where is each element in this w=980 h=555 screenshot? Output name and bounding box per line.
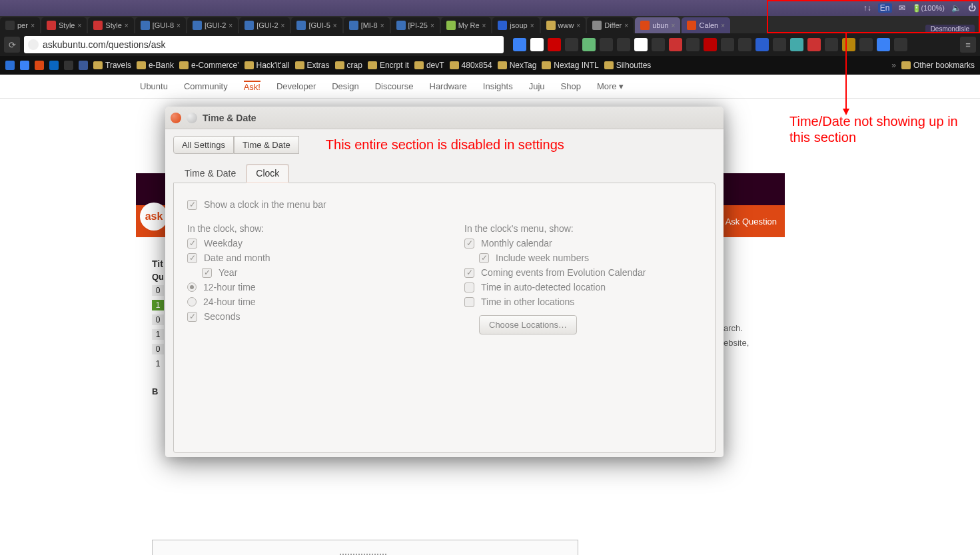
browser-tab[interactable]: Style× bbox=[88, 17, 133, 33]
browser-menu-icon[interactable]: ≡ bbox=[960, 37, 976, 53]
site-nav-item[interactable]: Juju bbox=[529, 81, 545, 91]
site-nav-item[interactable]: Developer bbox=[276, 81, 316, 91]
network-icon[interactable]: ↑↓ bbox=[863, 3, 871, 13]
extension-icon[interactable] bbox=[704, 38, 717, 51]
bookmark-folder[interactable]: devT bbox=[414, 61, 444, 70]
site-nav-item[interactable]: Shop bbox=[561, 81, 581, 91]
site-nav-item[interactable]: Discourse bbox=[375, 81, 414, 91]
extension-icon[interactable] bbox=[582, 38, 596, 51]
extension-icon[interactable] bbox=[738, 38, 751, 51]
year-checkbox[interactable] bbox=[202, 268, 212, 278]
choose-locations-button[interactable]: Choose Locations… bbox=[479, 315, 577, 334]
breadcrumb-current[interactable]: Time & Date bbox=[234, 136, 299, 154]
bookmark-folder[interactable]: Nextag INTL bbox=[542, 61, 598, 70]
weekday-checkbox[interactable] bbox=[187, 239, 197, 249]
browser-tab[interactable]: [GUI-2× bbox=[239, 17, 290, 33]
date-month-checkbox[interactable] bbox=[187, 253, 197, 263]
other-bookmarks[interactable]: Other bookmarks bbox=[901, 61, 975, 70]
tab-close-icon[interactable]: × bbox=[576, 22, 580, 29]
bookmark-folder[interactable]: Encrpt it bbox=[368, 61, 409, 70]
browser-tab[interactable]: Differ× bbox=[587, 17, 634, 33]
battery-indicator[interactable]: 🔋 (100%) bbox=[912, 4, 945, 13]
tab-close-icon[interactable]: × bbox=[333, 22, 337, 29]
bookmark-item[interactable] bbox=[64, 61, 73, 70]
browser-tab[interactable]: [GUI-5× bbox=[291, 17, 342, 33]
extension-icon[interactable] bbox=[894, 38, 907, 51]
bookmark-folder[interactable]: Silhouttes bbox=[604, 61, 652, 70]
tab-close-icon[interactable]: × bbox=[624, 22, 628, 29]
tab-close-icon[interactable]: × bbox=[430, 22, 434, 29]
extension-icon[interactable] bbox=[634, 38, 648, 51]
tab-time-and-date[interactable]: Time & Date bbox=[175, 164, 246, 183]
browser-tab[interactable]: [MI-8× bbox=[344, 17, 390, 33]
extension-icon[interactable] bbox=[565, 38, 578, 51]
tab-close-icon[interactable]: × bbox=[672, 22, 676, 29]
extension-icon[interactable] bbox=[755, 38, 769, 51]
extension-icon[interactable] bbox=[669, 38, 682, 51]
extension-icon[interactable] bbox=[530, 38, 544, 51]
tab-close-icon[interactable]: × bbox=[77, 22, 81, 29]
bookmark-item[interactable] bbox=[49, 61, 59, 70]
bookmark-folder[interactable]: NexTag bbox=[498, 61, 537, 70]
browser-tab[interactable]: My Re× bbox=[441, 17, 492, 33]
site-nav-item[interactable]: Insights bbox=[483, 81, 513, 91]
browser-tab[interactable]: jsoup× bbox=[492, 17, 539, 33]
window-close-button[interactable] bbox=[171, 113, 181, 123]
keyboard-lang-indicator[interactable]: En bbox=[878, 3, 892, 13]
bookmark-folder[interactable]: e-Commerce' bbox=[179, 61, 239, 70]
bookmark-folder[interactable]: 480x854 bbox=[450, 61, 492, 70]
24-hour-radio[interactable] bbox=[187, 297, 197, 306]
extension-icon[interactable] bbox=[773, 38, 786, 51]
bookmark-item[interactable] bbox=[20, 61, 29, 70]
browser-tab[interactable]: www× bbox=[541, 17, 586, 33]
tab-close-icon[interactable]: × bbox=[229, 22, 233, 29]
bookmark-item[interactable] bbox=[35, 61, 44, 70]
site-nav-item[interactable]: Community bbox=[184, 81, 228, 91]
window-minimize-button[interactable] bbox=[187, 113, 197, 123]
bookmark-overflow-icon[interactable]: » bbox=[891, 61, 896, 70]
tab-close-icon[interactable]: × bbox=[482, 22, 486, 29]
tab-close-icon[interactable]: × bbox=[31, 22, 35, 29]
extension-icon[interactable] bbox=[877, 38, 890, 51]
site-nav-item[interactable]: Hardware bbox=[430, 81, 467, 91]
tab-close-icon[interactable]: × bbox=[125, 22, 129, 29]
extension-icon[interactable] bbox=[617, 38, 630, 51]
bookmark-folder[interactable]: crap bbox=[335, 61, 362, 70]
site-logo[interactable]: ask bbox=[140, 203, 168, 231]
browser-tab[interactable]: ubun× bbox=[635, 17, 680, 33]
seconds-checkbox[interactable] bbox=[187, 312, 197, 322]
browser-tab[interactable]: Style× bbox=[41, 17, 87, 33]
dialog-titlebar[interactable]: Time & Date bbox=[165, 107, 724, 129]
extension-icon[interactable] bbox=[721, 38, 734, 51]
browser-tab[interactable]: Calen× bbox=[682, 17, 730, 33]
tab-close-icon[interactable]: × bbox=[177, 22, 181, 29]
bookmark-folder[interactable]: Hack'it'all bbox=[245, 61, 290, 70]
other-locations-checkbox[interactable] bbox=[464, 297, 474, 307]
monthly-calendar-checkbox[interactable] bbox=[464, 239, 474, 249]
evolution-events-checkbox[interactable] bbox=[464, 268, 474, 278]
reload-button[interactable]: ⟳ bbox=[4, 37, 20, 53]
extension-icon[interactable] bbox=[790, 38, 803, 51]
browser-tab[interactable]: [GUI-8× bbox=[135, 17, 186, 33]
ask-question-button[interactable]: Ask Question bbox=[726, 217, 777, 227]
extension-icon[interactable] bbox=[513, 38, 526, 51]
browser-user-chip[interactable]: DesmondIsle bbox=[925, 25, 975, 33]
extension-icon[interactable] bbox=[686, 38, 700, 51]
site-nav-item[interactable]: Ask! bbox=[244, 81, 260, 92]
extension-icon[interactable] bbox=[652, 38, 665, 51]
tab-close-icon[interactable]: × bbox=[281, 22, 285, 29]
bookmark-item[interactable] bbox=[5, 61, 15, 70]
browser-tab[interactable]: [PI-25× bbox=[391, 17, 440, 33]
tab-close-icon[interactable]: × bbox=[380, 22, 384, 29]
bookmark-folder[interactable]: e-Bank bbox=[137, 61, 174, 70]
extension-icon[interactable] bbox=[859, 38, 873, 51]
tab-close-icon[interactable]: × bbox=[721, 22, 725, 29]
all-settings-button[interactable]: All Settings bbox=[173, 136, 234, 154]
12-hour-radio[interactable] bbox=[187, 282, 197, 292]
site-nav-item[interactable]: More ▾ bbox=[597, 81, 624, 91]
browser-tab[interactable]: per× bbox=[0, 17, 40, 33]
extension-icon[interactable] bbox=[825, 38, 838, 51]
volume-icon[interactable]: 🔈 bbox=[951, 3, 961, 13]
mail-icon[interactable]: ✉ bbox=[899, 3, 905, 13]
session-gear-icon[interactable]: ⏻ bbox=[968, 3, 976, 13]
